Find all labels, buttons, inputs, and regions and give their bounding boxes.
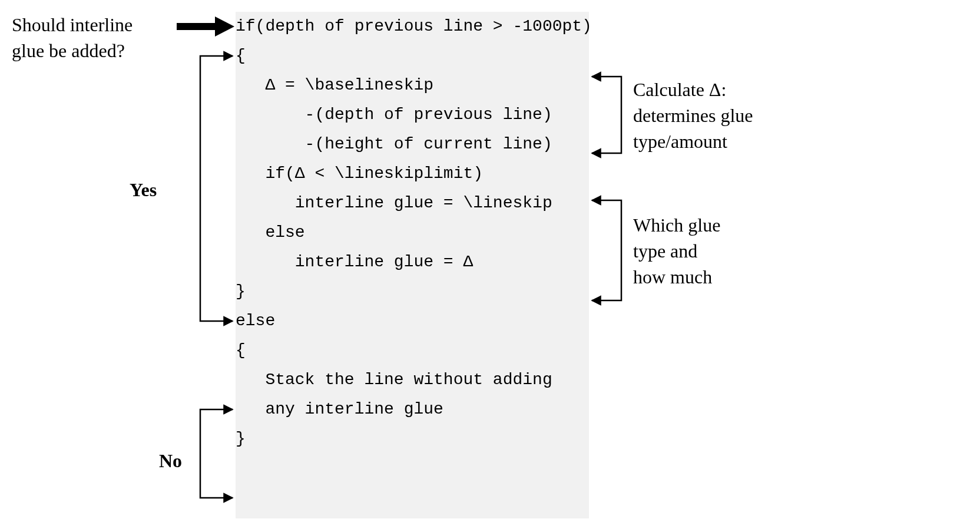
code-line: interline glue = \lineskip bbox=[236, 189, 589, 218]
code-line: Δ = \baselineskip bbox=[236, 71, 589, 100]
annotation-calculate: Calculate Δ: determines glue type/amount bbox=[633, 77, 810, 154]
bracket-no-icon bbox=[200, 409, 233, 498]
code-line: if(depth of previous line > -1000pt) bbox=[236, 12, 589, 41]
code-block: if(depth of previous line > -1000pt) { Δ… bbox=[236, 12, 589, 518]
bracket-which-icon bbox=[592, 200, 621, 300]
code-line: if(Δ < \lineskiplimit) bbox=[236, 159, 589, 189]
annotation-which: Which glue type and how much bbox=[633, 212, 786, 290]
annotation-no: No bbox=[159, 448, 182, 474]
code-line: interline glue = Δ bbox=[236, 247, 589, 277]
code-line: } bbox=[236, 424, 589, 454]
code-line: -(height of current line) bbox=[236, 130, 589, 159]
code-line: } bbox=[236, 277, 589, 306]
code-line: else bbox=[236, 218, 589, 247]
annotation-yes: Yes bbox=[130, 177, 157, 203]
bracket-calc-icon bbox=[592, 77, 621, 153]
code-line: { bbox=[236, 336, 589, 365]
code-line: any interline glue bbox=[236, 395, 589, 424]
bracket-yes-icon bbox=[200, 56, 233, 321]
code-line: -(depth of previous line) bbox=[236, 100, 589, 130]
code-line: else bbox=[236, 306, 589, 336]
diagram-stage: if(depth of previous line > -1000pt) { Δ… bbox=[0, 0, 980, 532]
code-line: { bbox=[236, 41, 589, 71]
annotation-question: Should interline glue be added? bbox=[12, 12, 224, 64]
code-line: Stack the line without adding bbox=[236, 365, 589, 395]
